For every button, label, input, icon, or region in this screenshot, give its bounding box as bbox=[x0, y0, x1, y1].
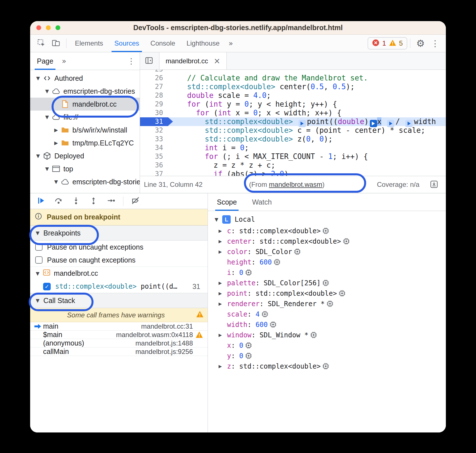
line-number[interactable]: 34 bbox=[140, 143, 168, 152]
code-line-30[interactable]: 30 for (int x = 0; x < width; x++) { bbox=[140, 109, 446, 117]
close-window-button[interactable] bbox=[36, 25, 41, 30]
checkbox-checked-icon[interactable]: ✓ bbox=[43, 283, 51, 290]
memory-inspector-icon[interactable] bbox=[322, 279, 329, 286]
inspect-element-button[interactable] bbox=[34, 37, 49, 50]
code-line-34[interactable]: 34 int i = 0; bbox=[140, 143, 446, 152]
memory-inspector-icon[interactable] bbox=[245, 342, 252, 349]
expand-icon[interactable]: ▶ bbox=[219, 239, 227, 244]
step-button[interactable] bbox=[103, 195, 119, 208]
tree-expand-icon[interactable]: ▼ bbox=[34, 75, 42, 81]
scope-variable-y[interactable]: y: 0 bbox=[208, 351, 446, 361]
minimize-window-button[interactable] bbox=[46, 25, 51, 30]
scope-variable-z[interactable]: ▶z: std::complex<double> bbox=[208, 361, 446, 371]
code-line-28[interactable]: 28 double scale = 4.0; bbox=[140, 91, 446, 100]
expand-icon[interactable]: ▶ bbox=[219, 249, 227, 254]
device-toolbar-button[interactable] bbox=[49, 37, 63, 50]
scope-variable-scale[interactable]: scale: 4 bbox=[208, 309, 446, 319]
code-line-27[interactable]: 27 std::complex<double> center(0.5, 0.5)… bbox=[140, 82, 446, 91]
tree-item-mandelbrot-cc[interactable]: mandelbrot.cc bbox=[30, 98, 140, 111]
tab-sources[interactable]: Sources bbox=[109, 35, 145, 52]
load-coverage-button[interactable] bbox=[427, 178, 441, 191]
more-panels-icon[interactable]: » bbox=[62, 57, 66, 65]
scope-local-header[interactable]: ▼ L Local bbox=[208, 213, 446, 226]
issues-badge[interactable]: 1 5 bbox=[368, 37, 407, 50]
navigator-menu-icon[interactable]: ⋮ bbox=[127, 57, 135, 66]
tree-expand-icon[interactable]: ▼ bbox=[43, 114, 51, 120]
tree-expand-icon[interactable]: ▼ bbox=[43, 166, 51, 172]
memory-inspector-icon[interactable] bbox=[322, 227, 329, 234]
code-line-25[interactable]: 25 bbox=[140, 70, 446, 74]
line-number[interactable]: 32 bbox=[140, 126, 168, 135]
tab-page[interactable]: Page bbox=[35, 52, 55, 70]
line-number[interactable]: 25 bbox=[140, 70, 168, 74]
tree-expand-icon[interactable]: ▼ bbox=[52, 179, 60, 185]
tree-item-top[interactable]: ▼top bbox=[30, 162, 140, 175]
settings-gear-icon[interactable]: ⚙ bbox=[413, 37, 428, 50]
tree-item-b-s-w-ir-x-w-install[interactable]: ▶b/s/w/ir/x/w/install bbox=[30, 124, 140, 136]
scope-variable-width[interactable]: width: 600 bbox=[208, 319, 446, 330]
memory-inspector-icon[interactable] bbox=[326, 300, 333, 307]
tab-watch[interactable]: Watch bbox=[250, 193, 273, 211]
memory-inspector-icon[interactable] bbox=[343, 238, 350, 245]
step-into-button[interactable] bbox=[68, 195, 84, 208]
call-stack-frame-$main[interactable]: $mainmandelbrot.wasm:0x4118 bbox=[30, 331, 208, 339]
line-number[interactable]: 36 bbox=[140, 161, 168, 170]
tree-expand-icon[interactable]: ▼ bbox=[43, 88, 51, 94]
line-number[interactable]: 29 bbox=[140, 100, 168, 109]
scope-variable-window[interactable]: ▶window: SDL_Window * bbox=[208, 330, 446, 340]
memory-inspector-icon[interactable] bbox=[270, 321, 277, 328]
code-line-26[interactable]: 26 // Calculate and draw the Mandelbrot … bbox=[140, 74, 446, 82]
execution-line-marker[interactable]: 31 bbox=[140, 117, 168, 126]
scope-variable-color[interactable]: ▶color: SDL_Color bbox=[208, 246, 446, 257]
deactivate-breakpoints-button[interactable] bbox=[127, 195, 144, 208]
expand-icon[interactable]: ▶ bbox=[219, 333, 227, 338]
tree-expand-icon[interactable]: ▼ bbox=[34, 153, 42, 159]
line-number[interactable]: 27 bbox=[140, 82, 168, 91]
tree-item-tmp-tmp-elctq2yc[interactable]: ▶tmp/tmp.ELcTq2YC bbox=[30, 136, 140, 149]
breakpoints-section-header[interactable]: ▼ Breakpoints bbox=[30, 225, 208, 241]
memory-inspector-icon[interactable] bbox=[339, 290, 346, 297]
tree-item-deployed[interactable]: ▼Deployed bbox=[30, 149, 140, 162]
code-editor[interactable]: 2526 // Calculate and draw the Mandelbro… bbox=[140, 70, 446, 176]
tree-item-emscripten-dbg-stories[interactable]: ▼emscripten-dbg-stories bbox=[30, 85, 140, 98]
code-line-32[interactable]: 32 std::complex<double> c = (point - cen… bbox=[140, 126, 446, 135]
close-icon[interactable]: × bbox=[214, 56, 220, 66]
code-line-29[interactable]: 29 for (int y = 0; y < height; y++) { bbox=[140, 100, 446, 109]
scope-variable-palette[interactable]: ▶palette: SDL_Color[256] bbox=[208, 278, 446, 288]
call-stack-frame-main[interactable]: mainmandelbrot.cc:31 bbox=[30, 322, 208, 331]
expand-icon[interactable]: ▶ bbox=[219, 281, 227, 286]
tree-item-file-[interactable]: ▼file:// bbox=[30, 111, 140, 124]
pause-on-caught-row[interactable]: Pause on caught exceptions bbox=[30, 254, 208, 266]
line-number[interactable]: 26 bbox=[140, 74, 168, 82]
scope-variable-i[interactable]: i: 0 bbox=[208, 267, 446, 278]
editor-tab-mandelbrot-cc[interactable]: mandelbrot.cc × bbox=[159, 52, 227, 69]
scope-variable-height[interactable]: height: 600 bbox=[208, 257, 446, 267]
step-out-button[interactable] bbox=[85, 195, 102, 208]
memory-inspector-icon[interactable] bbox=[294, 248, 301, 255]
expand-icon[interactable]: ▶ bbox=[219, 228, 227, 234]
wasm-file-link[interactable]: mandelbrot.wasm bbox=[269, 181, 322, 188]
kebab-menu-icon[interactable]: ⋮ bbox=[428, 37, 442, 50]
scope-variable-center[interactable]: ▶center: std::complex<double> bbox=[208, 236, 446, 246]
tab-scope[interactable]: Scope bbox=[215, 193, 239, 211]
line-number[interactable]: 37 bbox=[140, 170, 168, 176]
scope-variable-x[interactable]: x: 0 bbox=[208, 340, 446, 351]
checkbox-caught[interactable] bbox=[35, 256, 43, 264]
breakpoint-entry[interactable]: ✓ std::complex<double> point((d… 31 bbox=[30, 280, 208, 293]
pause-on-uncaught-row[interactable]: Pause on uncaught exceptions bbox=[30, 241, 208, 254]
code-line-37[interactable]: 37 if (abs(z) > 2.0) bbox=[140, 170, 446, 176]
code-line-33[interactable]: 33 std::complex<double> z(0, 0); bbox=[140, 135, 446, 143]
memory-inspector-icon[interactable] bbox=[273, 259, 281, 266]
expand-icon[interactable]: ▶ bbox=[219, 291, 227, 296]
code-line-36[interactable]: 36 z = z * z + c; bbox=[140, 161, 446, 170]
checkbox-uncaught[interactable] bbox=[35, 243, 43, 251]
scope-variable-point[interactable]: ▶point: std::complex<double> bbox=[208, 288, 446, 299]
breakpoint-file-group[interactable]: ▼ mandelbrot.cc bbox=[30, 266, 208, 280]
call-stack-section-header[interactable]: ▼ Call Stack bbox=[30, 293, 208, 308]
line-number[interactable]: 35 bbox=[140, 152, 168, 161]
tab-lighthouse[interactable]: Lighthouse bbox=[181, 35, 225, 52]
memory-inspector-icon[interactable] bbox=[245, 269, 252, 276]
memory-inspector-icon[interactable] bbox=[322, 363, 329, 370]
memory-inspector-icon[interactable] bbox=[261, 311, 268, 318]
tree-expand-icon[interactable]: ▶ bbox=[52, 127, 60, 133]
